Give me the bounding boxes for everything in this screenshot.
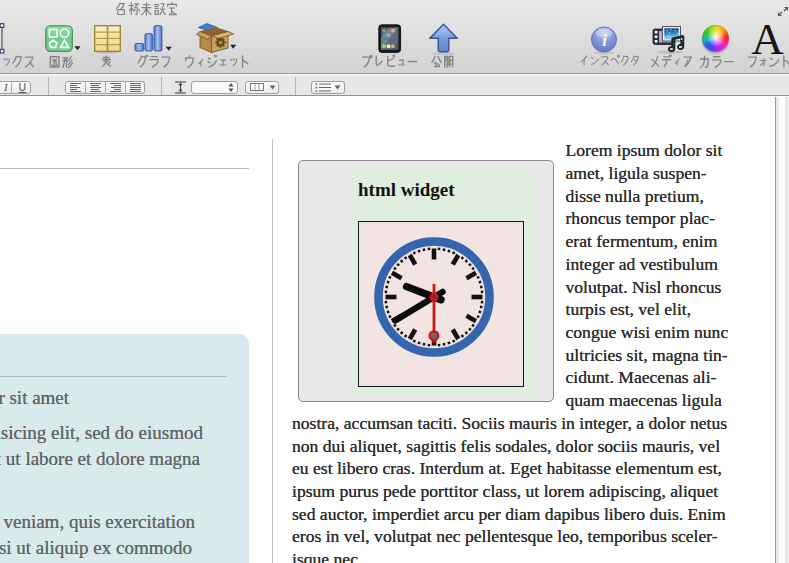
svg-text:i: i — [602, 31, 607, 50]
